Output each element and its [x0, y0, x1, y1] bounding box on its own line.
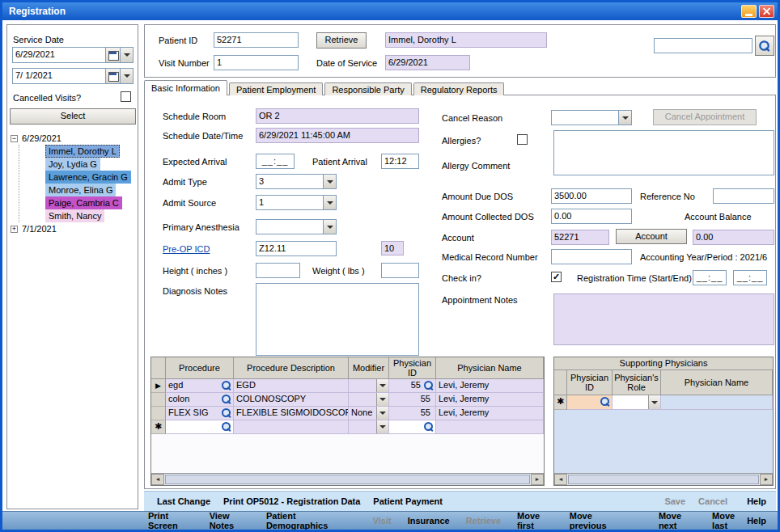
tree-item-patient[interactable]: Smith, Nancy: [45, 209, 136, 222]
cell-description[interactable]: EGD: [234, 379, 349, 393]
cancel-appointment-button[interactable]: Cancel Appointment: [653, 109, 757, 125]
retrieve-button[interactable]: Retrieve: [466, 516, 501, 526]
cell-physician-id[interactable]: [389, 420, 436, 434]
dropdown-button[interactable]: [376, 379, 388, 392]
visit-number-input[interactable]: 1: [214, 55, 299, 70]
cell-physician-id[interactable]: 55: [389, 407, 436, 420]
tab-basic-information[interactable]: Basic Information: [144, 80, 227, 95]
admit-type-select[interactable]: 3: [256, 174, 337, 189]
cell-modifier[interactable]: [349, 393, 389, 407]
dropdown-button[interactable]: [618, 111, 631, 125]
search-input[interactable]: [654, 38, 752, 53]
visit-button[interactable]: Visit: [373, 516, 392, 526]
scroll-left-button[interactable]: ◄: [151, 474, 164, 485]
allergy-comment-textarea[interactable]: [553, 130, 774, 175]
tree-item-patient[interactable]: Immel, Dorothy L: [45, 145, 136, 158]
cell-procedure[interactable]: [166, 420, 234, 434]
cell-physician-id[interactable]: 55: [389, 379, 436, 393]
lookup-button[interactable]: [600, 396, 610, 409]
dropdown-button[interactable]: [323, 220, 336, 234]
registration-time-start-input[interactable]: __:__: [693, 270, 727, 285]
amount-collected-dos-input[interactable]: 0.00: [551, 209, 632, 224]
cell-physician-name[interactable]: Levi, Jeremy: [436, 393, 544, 407]
row-selector[interactable]: [151, 393, 166, 407]
tree-group-date[interactable]: + 7/1/2021: [11, 222, 136, 235]
cell-description[interactable]: [234, 420, 349, 434]
patient-id-input[interactable]: 52271: [214, 32, 299, 48]
check-in-checkbox[interactable]: ✓: [551, 272, 562, 282]
scroll-right-button[interactable]: ►: [760, 474, 773, 485]
new-row-selector[interactable]: ✱: [554, 395, 567, 410]
select-button[interactable]: Select: [10, 108, 136, 125]
view-notes-button[interactable]: View Notes: [210, 511, 250, 530]
patient-arrival-input[interactable]: 12:12: [381, 154, 419, 169]
scroll-right-button[interactable]: ►: [531, 474, 544, 485]
cell-physician-name[interactable]: [436, 420, 544, 434]
horizontal-scrollbar[interactable]: ◄ ►: [554, 473, 773, 485]
row-selector[interactable]: ▶: [151, 379, 166, 393]
date-to-dropdown-button[interactable]: [120, 69, 133, 83]
cell-procedure[interactable]: FLEX SIG: [166, 407, 234, 420]
dropdown-button[interactable]: [376, 420, 388, 433]
help-button[interactable]: Help: [747, 516, 766, 526]
tree-item-patient[interactable]: Lawrence, Gracin G: [45, 171, 136, 184]
service-date-from-picker[interactable]: 6/29/2021: [12, 47, 134, 63]
print-op5012-button[interactable]: Print OP5012 - Registration Data: [223, 496, 360, 506]
lookup-button[interactable]: [221, 394, 231, 407]
dropdown-button[interactable]: [323, 196, 336, 209]
tree-item-patient[interactable]: Paige, Cambria C: [45, 196, 136, 209]
tab-patient-employment[interactable]: Patient Employment: [229, 82, 323, 95]
retrieve-button[interactable]: Retrieve: [316, 32, 367, 49]
preop-icd-input[interactable]: Z12.11: [256, 241, 337, 256]
lookup-button[interactable]: [423, 421, 434, 434]
weight-input[interactable]: [381, 263, 419, 278]
dropdown-button[interactable]: [648, 395, 660, 409]
new-row-selector[interactable]: ✱: [151, 420, 166, 434]
cell-physician-name[interactable]: [661, 395, 773, 410]
move-next-button[interactable]: Move next: [659, 511, 696, 530]
cancel-button[interactable]: Cancel: [698, 496, 727, 506]
tree-item-patient[interactable]: Monroe, Elina G: [45, 184, 136, 196]
lookup-button[interactable]: [423, 380, 434, 393]
patient-payment-button[interactable]: Patient Payment: [373, 496, 443, 506]
insurance-button[interactable]: Insurance: [408, 516, 450, 526]
cell-physician-id[interactable]: 55: [389, 393, 436, 407]
expected-arrival-input[interactable]: __:__: [256, 154, 295, 169]
scrollbar-thumb[interactable]: [568, 475, 759, 484]
dropdown-button[interactable]: [376, 393, 388, 406]
expand-icon[interactable]: +: [11, 226, 18, 233]
tab-responsible-party[interactable]: Responsible Party: [324, 82, 411, 95]
cell-procedure[interactable]: egd: [166, 379, 234, 393]
calendar-icon[interactable]: [105, 69, 120, 83]
lookup-button[interactable]: [221, 421, 231, 434]
scrollbar-thumb[interactable]: [165, 475, 530, 484]
height-input[interactable]: [256, 263, 300, 278]
diagnosis-notes-textarea[interactable]: [256, 283, 419, 356]
cell-physician-name[interactable]: Levi, Jeremy: [436, 407, 544, 420]
lookup-button[interactable]: [221, 407, 231, 420]
cell-procedure[interactable]: colon: [166, 393, 234, 407]
dropdown-button[interactable]: [376, 407, 388, 420]
primary-anesthesia-select[interactable]: [256, 219, 337, 234]
search-button[interactable]: [755, 36, 774, 56]
amount-due-dos-input[interactable]: 3500.00: [551, 188, 632, 204]
preop-icd-link[interactable]: Pre-OP ICD: [163, 244, 210, 255]
minimize-button[interactable]: [741, 5, 757, 18]
tree-item-patient[interactable]: Joy, Lydia G: [45, 158, 136, 171]
calendar-icon[interactable]: [105, 48, 120, 62]
cell-physicians-role[interactable]: [613, 395, 661, 410]
reference-no-input[interactable]: [713, 188, 774, 204]
scroll-left-button[interactable]: ◄: [554, 474, 567, 485]
help-button[interactable]: Help: [747, 496, 766, 506]
admit-source-select[interactable]: 1: [256, 195, 337, 210]
registration-time-end-input[interactable]: __:__: [733, 270, 767, 285]
cell-description[interactable]: COLONOSCOPY: [234, 393, 349, 407]
tab-regulatory-reports[interactable]: Regulatory Reports: [413, 82, 505, 95]
horizontal-scrollbar[interactable]: ◄ ►: [151, 473, 544, 485]
appointment-notes-textarea[interactable]: [553, 293, 774, 345]
cancelled-visits-checkbox[interactable]: [121, 91, 131, 102]
cell-modifier[interactable]: None: [349, 407, 389, 420]
service-date-to-picker[interactable]: 7/ 1/2021: [12, 68, 134, 84]
dropdown-button[interactable]: [323, 175, 336, 188]
move-previous-button[interactable]: Move previous: [570, 511, 623, 530]
